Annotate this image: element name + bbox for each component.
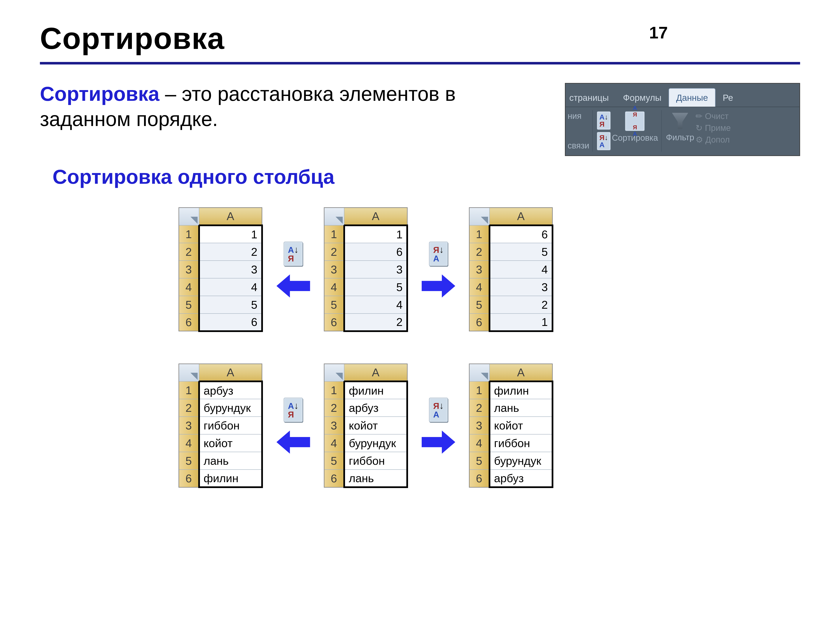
numeric-row: A 11 22 33 44 55 66 А↓Я A 11 26 33 45 54… [178, 207, 800, 332]
cell-a3[interactable]: 3 [199, 261, 262, 278]
row-1-header[interactable]: 1 [324, 381, 344, 399]
row-2-header[interactable]: 2 [324, 243, 344, 261]
cell-a4[interactable]: бурундук [344, 434, 407, 452]
cell-a5[interactable]: бурундук [489, 452, 553, 470]
filter-reapply[interactable]: ↻ Приме [696, 123, 731, 133]
cell-a4[interactable]: гиббон [489, 434, 553, 452]
cell-a4[interactable]: койот [199, 434, 262, 452]
cell-a1[interactable]: 1 [199, 225, 262, 243]
row-1-header[interactable]: 1 [179, 381, 199, 399]
row-4-header[interactable]: 4 [324, 434, 344, 452]
row-4-header[interactable]: 4 [179, 278, 199, 296]
cell-a6[interactable]: арбуз [489, 470, 553, 487]
row-5-header[interactable]: 5 [179, 296, 199, 314]
row-2-header[interactable]: 2 [179, 243, 199, 261]
row-1-header[interactable]: 1 [469, 225, 489, 243]
cell-a3[interactable]: койот [344, 417, 407, 434]
row-3-header[interactable]: 3 [324, 261, 344, 278]
row-6-header[interactable]: 6 [179, 470, 199, 487]
row-3-header[interactable]: 3 [179, 417, 199, 434]
col-a-header[interactable]: A [489, 364, 553, 381]
ribbon-tab-pagelayout-frag[interactable]: страницы [568, 88, 616, 107]
cell-a1[interactable]: 1 [344, 225, 407, 243]
sort-asc-icon[interactable]: А↓Я [284, 242, 303, 266]
cell-a4[interactable]: 5 [344, 278, 407, 296]
sort-asc-button[interactable]: А↓Я [597, 111, 611, 130]
row-6-header[interactable]: 6 [324, 470, 344, 487]
row-6-header[interactable]: 6 [179, 314, 199, 331]
row-2-header[interactable]: 2 [324, 399, 344, 417]
cell-a1[interactable]: филин [489, 381, 553, 399]
col-a-header[interactable]: A [344, 364, 407, 381]
col-a-header[interactable]: A [344, 208, 407, 225]
sort-dialog-icon[interactable]: А ЯЯ А [625, 111, 645, 131]
cell-a5[interactable]: 2 [489, 296, 553, 314]
row-1-header[interactable]: 1 [179, 225, 199, 243]
cell-a1[interactable]: филин [344, 381, 407, 399]
cell-a2[interactable]: бурундук [199, 399, 262, 417]
cell-a5[interactable]: 4 [344, 296, 407, 314]
row-5-header[interactable]: 5 [324, 452, 344, 470]
row-6-header[interactable]: 6 [324, 314, 344, 331]
cell-a2[interactable]: 2 [199, 243, 262, 261]
cell-a6[interactable]: филин [199, 470, 262, 487]
row-2-header[interactable]: 2 [469, 243, 489, 261]
cell-a6[interactable]: 6 [199, 314, 262, 331]
corner-cell[interactable] [469, 364, 489, 381]
ribbon-tab-review-frag[interactable]: Ре [715, 88, 734, 107]
row-2-header[interactable]: 2 [179, 399, 199, 417]
row-3-header[interactable]: 3 [179, 261, 199, 278]
cell-a6[interactable]: 2 [344, 314, 407, 331]
col-a-header[interactable]: A [199, 208, 262, 225]
col-a-header[interactable]: A [199, 364, 262, 381]
row-3-header[interactable]: 3 [324, 417, 344, 434]
sort-desc-button[interactable]: Я↓А [597, 132, 611, 150]
corner-cell[interactable] [469, 208, 489, 225]
sort-desc-icon[interactable]: Я↓А [429, 398, 448, 422]
cell-a2[interactable]: арбуз [344, 399, 407, 417]
cell-a2[interactable]: 6 [344, 243, 407, 261]
filter-clear[interactable]: ✏ Очист [696, 111, 729, 121]
cell-a1[interactable]: арбуз [199, 381, 262, 399]
cell-a2[interactable]: 5 [489, 243, 553, 261]
row-1-header[interactable]: 1 [324, 225, 344, 243]
sort-asc-icon[interactable]: А↓Я [284, 398, 303, 422]
col-a-header[interactable]: A [489, 208, 553, 225]
cell-a4[interactable]: 3 [489, 278, 553, 296]
row-4-header[interactable]: 4 [469, 278, 489, 296]
sort-desc-icon[interactable]: Я↓А [429, 242, 448, 266]
row-5-header[interactable]: 5 [179, 452, 199, 470]
corner-cell[interactable] [324, 208, 344, 225]
ribbon-tab-data[interactable]: Данные [669, 88, 716, 107]
row-5-header[interactable]: 5 [469, 452, 489, 470]
cell-a3[interactable]: койот [489, 417, 553, 434]
cell-a3[interactable]: 4 [489, 261, 553, 278]
cell-a1[interactable]: 6 [489, 225, 553, 243]
row-5-header[interactable]: 5 [469, 296, 489, 314]
cell-a5[interactable]: гиббон [344, 452, 407, 470]
row-6-header[interactable]: 6 [469, 314, 489, 331]
row-4-header[interactable]: 4 [324, 278, 344, 296]
row-6-header[interactable]: 6 [469, 470, 489, 487]
cell-a3[interactable]: 3 [344, 261, 407, 278]
row-5-header[interactable]: 5 [324, 296, 344, 314]
row-4-header[interactable]: 4 [469, 434, 489, 452]
cell-a2[interactable]: лань [489, 399, 553, 417]
cell-a4[interactable]: 4 [199, 278, 262, 296]
cell-a5[interactable]: лань [199, 452, 262, 470]
corner-cell[interactable] [179, 208, 199, 225]
filter-advanced[interactable]: ⚙ Допол [696, 135, 730, 144]
row-4-header[interactable]: 4 [179, 434, 199, 452]
row-3-header[interactable]: 3 [469, 417, 489, 434]
ribbon-tab-formulas[interactable]: Формулы [616, 88, 669, 107]
row-3-header[interactable]: 3 [469, 261, 489, 278]
row-1-header[interactable]: 1 [469, 381, 489, 399]
corner-cell[interactable] [324, 364, 344, 381]
cell-a5[interactable]: 5 [199, 296, 262, 314]
row-2-header[interactable]: 2 [469, 399, 489, 417]
cell-a6[interactable]: 1 [489, 314, 553, 331]
corner-cell[interactable] [179, 364, 199, 381]
cell-a3[interactable]: гиббон [199, 417, 262, 434]
cell-a6[interactable]: лань [344, 470, 407, 487]
filter-icon[interactable] [670, 111, 690, 131]
